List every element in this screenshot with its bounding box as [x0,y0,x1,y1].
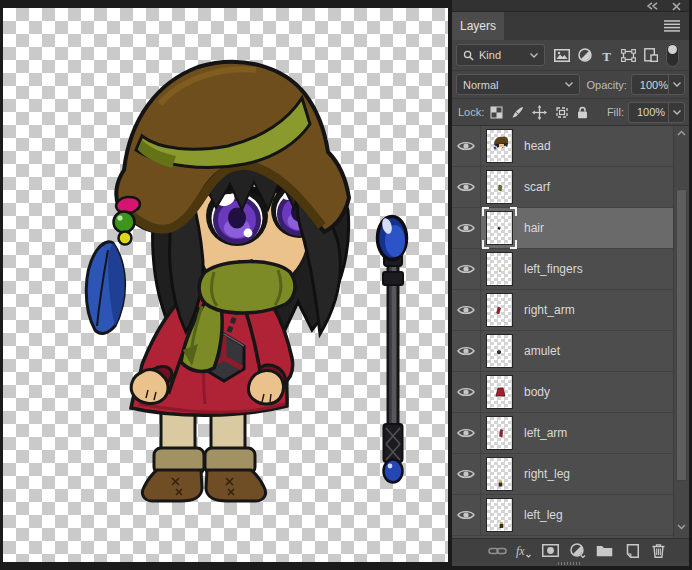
visibility-toggle[interactable] [452,167,481,207]
layer-name: amulet [524,344,560,358]
delete-layer-icon[interactable] [650,544,667,558]
layer-thumbnail[interactable] [486,211,513,245]
panel-group-header [452,0,689,12]
layer-thumbnail[interactable] [486,334,513,368]
lock-all-icon[interactable] [577,106,588,119]
layer-list-scrollbar[interactable] [673,126,689,538]
selection-bracket [482,207,489,216]
layer-thumbnail[interactable] [486,129,513,163]
visibility-toggle[interactable] [452,331,481,371]
selection-bracket [510,207,517,216]
toggle-ball [668,45,677,54]
lock-position-icon[interactable] [532,105,547,120]
collapse-panels-icon[interactable] [646,2,659,10]
layer-list: head scarf hair left_fingers [452,126,689,538]
opacity-field[interactable]: 100% [631,74,685,95]
fill-label: Fill: [607,106,624,118]
close-panel-icon[interactable] [672,2,681,11]
visibility-toggle[interactable] [452,126,481,166]
layer-thumbnail[interactable] [486,457,513,491]
visibility-toggle[interactable] [452,495,481,535]
blend-mode-value: Normal [463,79,565,91]
chevron-down-icon [530,53,538,58]
panel-menu-icon[interactable] [664,20,680,32]
new-group-folder-icon[interactable] [596,544,613,557]
new-adjustment-layer-icon[interactable] [569,543,586,558]
layer-thumbnail[interactable] [486,375,513,409]
layer-row-amulet[interactable]: amulet [452,331,689,372]
search-icon [463,50,474,61]
layer-filter-row: Kind T [452,40,689,70]
svg-text:T: T [602,49,611,62]
chevron-down-icon [565,82,573,87]
feather [86,242,124,334]
lock-transparent-pixels-icon[interactable] [490,106,503,119]
visibility-toggle[interactable] [452,290,481,330]
add-layer-mask-icon[interactable] [542,544,559,557]
filter-kind-dropdown[interactable]: Kind [456,44,545,66]
panel-resize-strip [452,562,689,566]
filter-adjustment-layers-icon[interactable] [578,48,592,62]
scroll-down-icon[interactable] [674,524,689,530]
layer-name: left_fingers [524,262,583,276]
legs [142,406,265,501]
layers-panel: Layers Kind T [452,0,689,566]
layer-row-scarf[interactable]: scarf [452,167,689,208]
layer-row-right-leg[interactable]: right_leg [452,454,689,495]
scrollbar-thumb[interactable] [676,189,687,481]
filter-kind-label: Kind [479,49,525,61]
layer-name: left_leg [524,508,563,522]
scroll-up-icon[interactable] [674,130,689,136]
document-canvas[interactable] [3,8,448,562]
character-artwork [3,8,448,562]
layer-row-left-fingers[interactable]: left_fingers [452,249,689,290]
visibility-toggle[interactable] [452,454,481,494]
layer-name: hair [524,221,544,235]
opacity-label: Opacity: [587,79,627,91]
filter-shape-layers-icon[interactable] [621,49,636,62]
layer-row-left-arm[interactable]: left_arm [452,413,689,454]
lock-label: Lock: [458,106,484,118]
layer-style-fx-icon[interactable]: fx [515,543,532,558]
lock-artboard-nesting-icon[interactable] [555,106,569,119]
blend-opacity-row: Normal Opacity: 100% [452,70,689,98]
selection-bracket [482,240,489,249]
layer-thumbnail[interactable] [486,293,513,327]
fill-field[interactable]: 100% [628,102,685,123]
blend-mode-dropdown[interactable]: Normal [456,74,580,95]
filter-smart-objects-icon[interactable] [644,48,658,62]
layer-name: body [524,385,550,399]
layer-thumbnail[interactable] [486,416,513,450]
lock-image-pixels-icon[interactable] [511,106,524,119]
staff-art [378,217,407,483]
visibility-toggle[interactable] [452,372,481,412]
character-art [86,62,349,501]
chevron-down-icon[interactable] [668,75,684,94]
visibility-toggle[interactable] [452,208,481,248]
new-layer-icon[interactable] [623,544,640,558]
layer-thumbnail[interactable] [486,170,513,204]
layer-name: head [524,139,551,153]
chevron-down-icon[interactable] [668,103,684,122]
visibility-toggle[interactable] [452,249,481,289]
layer-thumbnail[interactable] [486,498,513,532]
panel-tab-bar: Layers [452,12,689,40]
tab-layers[interactable]: Layers [452,12,504,40]
layer-row-right-arm[interactable]: right_arm [452,290,689,331]
panel-resize-grip[interactable] [558,562,580,565]
link-layers-icon[interactable] [488,546,505,556]
layer-thumbnail[interactable] [486,252,513,286]
filtering-toggle[interactable] [666,43,679,67]
layer-row-left-leg[interactable]: left_leg [452,495,689,536]
filter-type-layers-icon[interactable]: T [600,49,613,62]
layer-name: left_arm [524,426,567,440]
lock-fill-row: Lock: Fill: 100% [452,98,689,126]
fill-value: 100% [629,106,668,118]
layer-row-head[interactable]: head [452,126,689,167]
visibility-toggle[interactable] [452,413,481,453]
selection-bracket [510,240,517,249]
layer-row-body[interactable]: body [452,372,689,413]
filter-pixel-layers-icon[interactable] [554,49,570,62]
layer-row-hair[interactable]: hair [452,208,689,249]
opacity-value: 100% [632,79,668,91]
